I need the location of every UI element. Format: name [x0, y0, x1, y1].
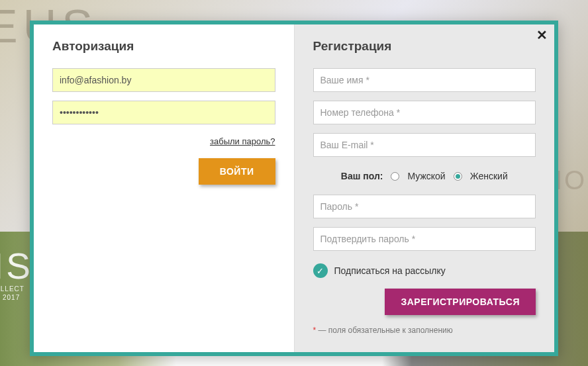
required-note: * — поля обязательные к заполнению — [313, 315, 536, 335]
gender-male-label: Мужской — [407, 171, 445, 181]
subscribe-row: ✓ Подписаться на рассылку — [313, 263, 536, 278]
login-title: Авторизация — [52, 39, 275, 54]
login-panel: Авторизация забыли пароль? Войти — [34, 24, 294, 352]
login-submit-button[interactable]: Войти — [199, 158, 275, 185]
bg-collection-sub: OLLECTR 2017 — [0, 285, 24, 302]
register-password-input[interactable] — [313, 195, 536, 218]
subscribe-label: Подписаться на рассылку — [334, 265, 446, 276]
register-confirm-input[interactable] — [313, 227, 536, 251]
register-panel: Регистрация Ваш пол: Мужской Женский ✓ П… — [294, 24, 555, 352]
gender-female-radio[interactable] — [454, 172, 462, 181]
gender-male-radio[interactable] — [391, 172, 399, 181]
register-phone-input[interactable] — [313, 101, 536, 124]
register-submit-button[interactable]: Зарегистрироваться — [385, 289, 536, 315]
auth-modal: ✕ Авторизация забыли пароль? Войти Регис… — [30, 21, 558, 356]
gender-row: Ваш пол: Мужской Женский — [313, 171, 536, 181]
close-icon[interactable]: ✕ — [536, 28, 548, 42]
bg-collection-text: IS — [0, 245, 33, 287]
check-icon: ✓ — [317, 266, 324, 276]
login-email-input[interactable] — [52, 68, 275, 92]
register-name-input[interactable] — [313, 68, 536, 92]
register-email-input[interactable] — [313, 133, 536, 157]
gender-female-label: Женский — [470, 171, 508, 181]
login-password-input[interactable] — [52, 101, 275, 124]
forgot-password-link[interactable]: забыли пароль? — [52, 136, 275, 146]
gender-label: Ваш пол: — [341, 171, 383, 181]
register-title: Регистрация — [313, 39, 536, 54]
subscribe-checkbox[interactable]: ✓ — [313, 263, 328, 278]
